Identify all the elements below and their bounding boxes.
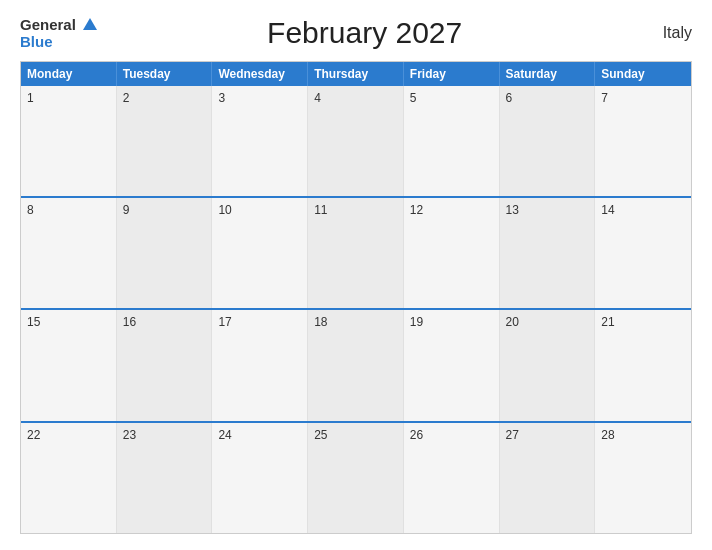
page: General Blue February 2027 Italy Monday … — [0, 0, 712, 550]
day-27: 27 — [500, 423, 596, 533]
country-label: Italy — [632, 24, 692, 42]
day-24: 24 — [212, 423, 308, 533]
day-18: 18 — [308, 310, 404, 420]
day-13: 13 — [500, 198, 596, 308]
logo-general-text: General — [20, 16, 76, 33]
day-7: 7 — [595, 86, 691, 196]
week-row-1: 1 2 3 4 5 6 7 — [21, 86, 691, 196]
day-20: 20 — [500, 310, 596, 420]
day-15: 15 — [21, 310, 117, 420]
header-sunday: Sunday — [595, 62, 691, 86]
day-8: 8 — [21, 198, 117, 308]
day-12: 12 — [404, 198, 500, 308]
day-9: 9 — [117, 198, 213, 308]
week-row-2: 8 9 10 11 12 13 14 — [21, 196, 691, 308]
day-3: 3 — [212, 86, 308, 196]
header-monday: Monday — [21, 62, 117, 86]
day-5: 5 — [404, 86, 500, 196]
header-saturday: Saturday — [500, 62, 596, 86]
day-28: 28 — [595, 423, 691, 533]
calendar: Monday Tuesday Wednesday Thursday Friday… — [20, 61, 692, 535]
day-4: 4 — [308, 86, 404, 196]
calendar-title: February 2027 — [97, 16, 632, 50]
day-14: 14 — [595, 198, 691, 308]
header-thursday: Thursday — [308, 62, 404, 86]
calendar-body: 1 2 3 4 5 6 7 8 9 10 11 12 13 14 15 16 — [21, 86, 691, 534]
logo: General Blue — [20, 16, 97, 51]
day-22: 22 — [21, 423, 117, 533]
day-25: 25 — [308, 423, 404, 533]
day-16: 16 — [117, 310, 213, 420]
header-tuesday: Tuesday — [117, 62, 213, 86]
logo-top: General — [20, 16, 97, 34]
logo-blue-text: Blue — [20, 34, 53, 51]
header: General Blue February 2027 Italy — [20, 16, 692, 51]
day-10: 10 — [212, 198, 308, 308]
week-row-4: 22 23 24 25 26 27 28 — [21, 421, 691, 533]
day-26: 26 — [404, 423, 500, 533]
day-21: 21 — [595, 310, 691, 420]
day-23: 23 — [117, 423, 213, 533]
day-11: 11 — [308, 198, 404, 308]
day-17: 17 — [212, 310, 308, 420]
header-wednesday: Wednesday — [212, 62, 308, 86]
week-row-3: 15 16 17 18 19 20 21 — [21, 308, 691, 420]
calendar-header: Monday Tuesday Wednesday Thursday Friday… — [21, 62, 691, 86]
header-friday: Friday — [404, 62, 500, 86]
day-2: 2 — [117, 86, 213, 196]
day-6: 6 — [500, 86, 596, 196]
day-19: 19 — [404, 310, 500, 420]
logo-triangle-icon — [83, 18, 97, 30]
day-1: 1 — [21, 86, 117, 196]
